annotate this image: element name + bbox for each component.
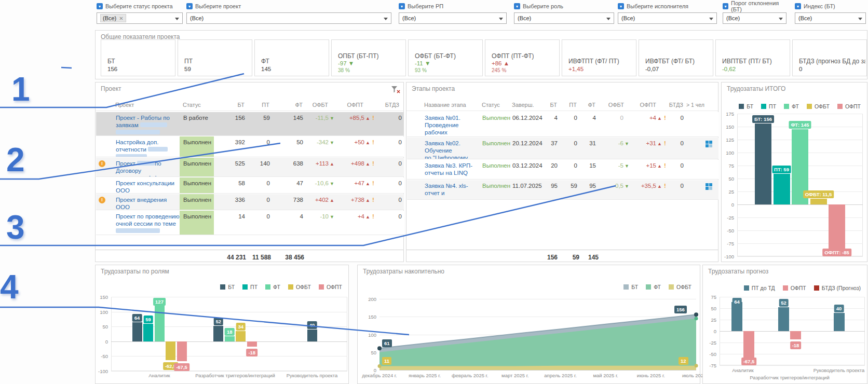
table-row[interactable]: Проект - Работы по заявкам В работе15659… [96,112,404,136]
legend-item[interactable]: ПТ [242,284,257,290]
project-link[interactable]: заявкам [116,122,139,128]
chip-close-icon[interactable]: ✕ [119,16,123,21]
project-link[interactable]: Настройка доп. [116,139,158,145]
project-link[interactable]: Проект [116,160,135,167]
bar-ОФПТ[interactable] [247,341,257,347]
filter-chip[interactable]: (Все)✕ [100,14,126,22]
bar-БТ[interactable] [307,330,317,341]
filter-select[interactable]: (Все) [795,12,866,24]
project-link[interactable]: Проект по проведению [116,213,180,220]
stage-link[interactable]: Заявка №3. КРП- [425,162,472,169]
project-link[interactable]: по заявкам 1-4 [116,175,157,176]
column-header[interactable]: Название этапа [406,97,480,111]
filter-select[interactable]: (Все) [399,12,507,24]
legend-item[interactable]: ОФПТ [783,285,806,291]
chevron-down-icon[interactable] [709,18,713,20]
kpi-card[interactable]: ФТ145 [254,39,329,76]
chevron-down-icon[interactable] [499,18,503,20]
stage-link[interactable]: по "Цифровому [425,155,468,159]
stage-link[interactable]: триггер [425,197,445,199]
column-header[interactable]: ОФПТ [336,97,376,111]
bar-ПТ до ТД[interactable] [834,313,845,331]
legend-item[interactable]: БТ [739,103,753,109]
legend-item[interactable]: БТДЗ (Прогноз) [814,285,861,291]
filter-select[interactable]: (Все)✕ [97,12,183,24]
legend-item[interactable]: ПТ до ТД [744,285,775,291]
bar-ПТ[interactable] [143,324,153,341]
table-row[interactable]: !Проект по Договору по заявкам 1-4 Выпол… [96,158,404,177]
legend-item[interactable]: ОФПТ [319,284,342,290]
stage-link[interactable]: Проведение рабочих [425,122,458,135]
column-header[interactable]: БТДЗ [669,97,686,111]
bar-ОФПТ[interactable] [829,204,845,249]
project-link[interactable]: Проект консультации ООО [116,180,174,193]
legend-item[interactable]: ФТ [784,103,799,109]
kpi-card[interactable]: ИВФТБТ (ФТ/ БТ)-0,07 [639,39,713,76]
kpi-card[interactable]: ОПБТ (БТ-ПТ)-97 ▼38 % [331,39,406,76]
table-row[interactable]: Заявка №02. Обучениепо "Цифровомупомощни… [407,138,718,159]
column-header[interactable]: Статус [179,97,213,111]
legend-item[interactable]: ПТ [761,103,776,109]
column-header[interactable]: ФТ [580,97,599,111]
legend-item[interactable]: ОФБТ [807,103,830,109]
bar-ФТ[interactable] [225,336,235,341]
kpi-card[interactable]: ИВПТБТ (ПТ/ БТ)-0,62 [715,39,790,76]
table-row[interactable]: Заявка №4. xls-отчет итриггерВыполнен11.… [407,180,718,200]
bar-ПТ до ТД[interactable] [731,302,742,331]
project-link[interactable]: отчетности [116,146,146,153]
column-header[interactable]: ОФПТ [631,97,669,111]
column-header[interactable]: ПТ [560,97,580,111]
project-link[interactable]: очной сессии по теме [116,221,176,227]
bar-ОФБТ[interactable] [810,199,827,205]
column-header[interactable]: ПТ [246,97,270,111]
filter-select[interactable]: (Все) [186,12,391,24]
kpi-card[interactable]: ИВФТПТ (ФТ/ ПТ)+1,45 [562,39,636,76]
column-header[interactable]: Проект [96,97,179,111]
project-link[interactable]: Проект - Работы по [116,115,170,121]
chevron-down-icon[interactable] [606,18,611,20]
filter-select[interactable]: (Все) [723,12,786,24]
kpi-card[interactable]: ОФБТ (БТ-ФТ)-11 ▼93 % [408,39,483,76]
legend-item[interactable]: ОФПТ [837,103,861,109]
bar-ПТ до ТД[interactable] [778,307,789,331]
column-header[interactable]: ОФБТ [304,97,336,111]
column-header[interactable]: ФТ [270,97,304,111]
bar-ОФПТ[interactable] [177,341,187,362]
kpi-card[interactable]: БТДЗ (прогноз БД до заве...0 [792,39,867,76]
stage-link[interactable]: Заявка №02. Обучение [425,140,460,154]
bar-БТ[interactable] [755,124,771,204]
bar-БТ[interactable] [132,322,142,341]
kpi-card[interactable]: БТ156 [101,39,175,76]
table-row[interactable]: Настройка доп. отчетности Выполнен392050… [96,136,404,157]
kpi-card[interactable]: ОФПТ (ПТ-ФТ)+86 ▲245 % [485,39,560,76]
table-row[interactable]: Заявка №3. КРП-отчеты на LINQВыполнен03.… [407,160,718,180]
table-row[interactable]: Проект по проведению очной сессии по тем… [96,211,404,235]
column-header[interactable]: БТ [547,97,560,111]
chevron-down-icon[interactable] [175,18,179,20]
filter-select[interactable]: (Все) [514,12,614,24]
legend-item[interactable]: ОФБТ [669,284,691,290]
legend-item[interactable]: БТ [623,284,638,290]
column-header[interactable]: БТДЗ [376,97,403,111]
bar-БТ[interactable] [213,326,223,341]
filter-select[interactable]: (Все) [618,12,717,24]
column-header[interactable]: Статус [480,97,510,111]
legend-item[interactable]: ОФБТ [288,284,311,290]
column-header[interactable]: ОФБТ [599,97,631,111]
stage-link[interactable]: отчеты на LINQ [425,170,468,176]
stage-link[interactable]: Заявка №4. xls-отчет и [425,183,468,196]
bar-ОФБТ[interactable] [166,341,175,360]
project-link[interactable]: Проект внедрения ООО [116,197,167,210]
kpi-card[interactable]: ПТ59 [178,39,252,76]
table-row[interactable]: !Проект внедрения ООО Выполнен3360738+40… [96,194,404,210]
bar-ПТ[interactable] [774,174,790,204]
column-header[interactable]: Заверш. [510,97,547,111]
bar-ОФБТ[interactable] [236,331,246,341]
table-row[interactable]: Проект консультации ООО Выполнен58047-10… [96,177,404,194]
clear-filter-icon[interactable] [391,86,400,94]
legend-item[interactable]: ФТ [265,284,280,290]
chevron-down-icon[interactable] [858,18,862,20]
chevron-down-icon[interactable] [779,18,783,20]
column-header[interactable]: БТ [213,97,246,111]
table-row[interactable]: Заявка №01.Проведение рабочихсовещанийВы… [407,112,718,137]
